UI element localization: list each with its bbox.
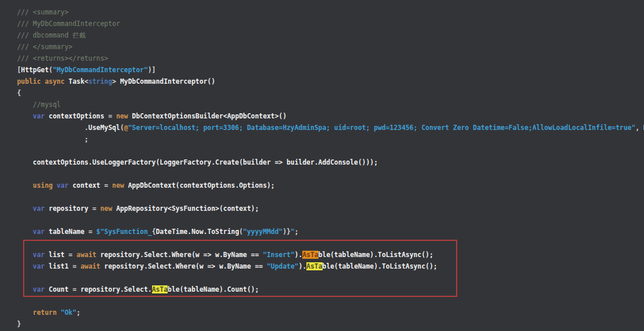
- code-token: ": [291, 228, 295, 236]
- code-token: /// <summary>: [17, 8, 68, 16]
- code-token: )}: [283, 228, 291, 236]
- code-line[interactable]: [1, 145, 644, 157]
- code-token: //mysql: [33, 101, 61, 109]
- code-token: var: [33, 228, 49, 236]
- code-token: new: [116, 112, 132, 120]
- code-token: /// dbcommand 拦截: [17, 31, 86, 39]
- code-token: /// MyDbCommandInterceptor: [17, 20, 120, 28]
- code-line[interactable]: .UseMySql(@"Server=localhost; port=3306;…: [1, 122, 644, 133]
- code-token: (: [120, 124, 124, 132]
- code-token: )]: [148, 66, 156, 74]
- code-line[interactable]: [HttpGet("MyDbCommandInterceptor")]: [1, 64, 644, 76]
- code-line[interactable]: {: [1, 87, 644, 99]
- code-token: "MyDbCommandInterceptor": [53, 66, 148, 74]
- code-token: repository: [49, 204, 88, 213]
- code-token: context: [72, 181, 100, 189]
- code-token: var: [33, 285, 49, 293]
- code-token: await: [76, 251, 100, 259]
- code-token: ;: [295, 228, 299, 236]
- code-token: AppRepository<SysFunction>(context);: [116, 204, 259, 213]
- code-line[interactable]: var Count = repository.Select.AsTable(ta…: [1, 284, 644, 295]
- code-line[interactable]: ;: [1, 133, 644, 145]
- code-token: =: [69, 262, 81, 270]
- code-token: var: [33, 112, 49, 120]
- code-token: >: [112, 77, 120, 85]
- code-token: <: [84, 77, 88, 85]
- code-token: =: [84, 228, 97, 236]
- code-token: return: [33, 308, 61, 317]
- code-token: var: [33, 262, 49, 270]
- code-line[interactable]: [1, 272, 644, 284]
- code-token: MyDbCommandInterceptor(): [120, 77, 216, 85]
- code-line[interactable]: var list1 = await repository.Select.Wher…: [1, 261, 644, 272]
- code-token: var: [57, 181, 72, 189]
- code-line[interactable]: [1, 168, 644, 180]
- code-token: }: [17, 320, 21, 328]
- code-token: "yyyyMMdd": [243, 228, 283, 236]
- code-line[interactable]: contextOptions.UseLoggerFactory(LoggerFa…: [1, 157, 644, 168]
- code-line[interactable]: //mysql: [1, 99, 644, 110]
- code-token: /// </summary>: [17, 43, 72, 51]
- code-token: AppDbContext(contextOptions.Options);: [128, 181, 275, 189]
- code-token: Task: [69, 77, 84, 85]
- code-token: ;: [84, 135, 88, 143]
- code-token: repository.Select.Where(w => w.ByName ==: [104, 262, 267, 270]
- code-line[interactable]: [1, 295, 644, 307]
- code-token: await: [80, 262, 104, 270]
- code-token: ).: [295, 251, 303, 259]
- code-token: =: [69, 285, 81, 293]
- code-token: "Server=localhost; port=3306; Database=H…: [128, 124, 635, 132]
- code-token: "Update": [267, 262, 299, 270]
- code-line[interactable]: /// MyDbCommandInterceptor: [1, 18, 644, 29]
- code-token: =: [65, 251, 77, 259]
- code-token: .: [84, 124, 88, 132]
- code-token: ;: [76, 308, 80, 317]
- code-line[interactable]: return "Ok";: [1, 307, 644, 318]
- code-line[interactable]: var repository = new AppRepository<SysFu…: [1, 203, 644, 214]
- code-token: contextOptions.UseLoggerFactory(LoggerFa…: [33, 158, 378, 166]
- code-token: =: [104, 112, 116, 120]
- code-token: DbContextOptionsBuilder<AppDbContext>(): [132, 112, 286, 120]
- code-line[interactable]: using var context = new AppDbContext(con…: [1, 180, 644, 191]
- code-line[interactable]: [1, 191, 644, 203]
- code-lines: /// <summary>/// MyDbCommandInterceptor/…: [1, 6, 644, 330]
- code-token: HttpGet: [21, 66, 49, 74]
- code-line[interactable]: /// </summary>: [1, 41, 644, 53]
- code-token: repository.Select.Where(w => w.ByName ==: [100, 251, 262, 259]
- code-editor[interactable]: /// <summary>/// MyDbCommandInterceptor/…: [0, 0, 644, 331]
- code-token: $"SysFunction_: [97, 228, 152, 236]
- code-token: =: [100, 181, 112, 189]
- code-token: ble(tableName).ToListAsync();: [319, 251, 434, 259]
- code-token: new: [100, 204, 116, 213]
- code-line[interactable]: }: [1, 318, 644, 330]
- code-line[interactable]: /// dbcommand 拦截: [1, 29, 644, 41]
- code-token: Count: [49, 285, 68, 293]
- code-token: repository.Select.: [80, 285, 151, 293]
- code-line[interactable]: /// <returns></returns>: [1, 53, 644, 64]
- code-token: tableName: [49, 228, 84, 236]
- code-token: ).: [298, 262, 306, 270]
- code-token: ble(tableName).Count();: [168, 285, 259, 293]
- code-line[interactable]: /// <summary>: [1, 6, 644, 18]
- code-token: list: [49, 251, 64, 259]
- code-token: new: [112, 181, 128, 189]
- code-token: =: [88, 204, 101, 213]
- code-token: /// <returns></returns>: [17, 54, 108, 62]
- code-token: ble(tableName).ToListAsync();: [323, 262, 438, 270]
- code-token: DateTime.Now.ToString: [156, 228, 239, 236]
- code-line[interactable]: [1, 214, 644, 226]
- code-token: ,: [635, 124, 643, 132]
- code-line[interactable]: var tableName = $"SysFunction_{DateTime.…: [1, 226, 644, 237]
- find-match-highlight: AsTa: [302, 251, 318, 259]
- code-token: UseMySql: [88, 124, 120, 132]
- find-match-highlight: AsTa: [306, 262, 322, 270]
- code-token: "Ok": [61, 308, 76, 317]
- code-line[interactable]: [1, 237, 644, 249]
- code-token: public async: [17, 77, 68, 85]
- code-line[interactable]: public async Task<string> MyDbCommandInt…: [1, 76, 644, 87]
- code-line[interactable]: var contextOptions = new DbContextOption…: [1, 110, 644, 122]
- code-token: list1: [49, 262, 68, 270]
- code-token: var: [33, 204, 49, 213]
- code-line[interactable]: var list = await repository.Select.Where…: [1, 249, 644, 261]
- code-token: contextOptions: [49, 112, 104, 120]
